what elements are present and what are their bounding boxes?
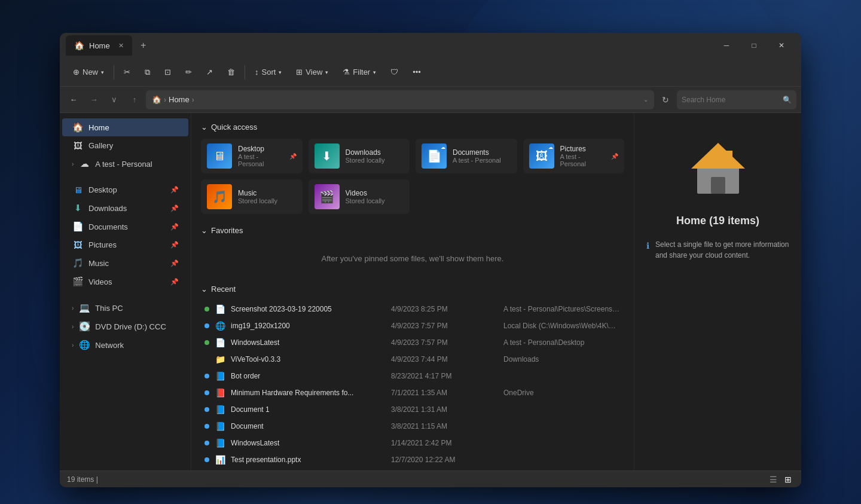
recent-row[interactable]: 📘 Document 1 3/8/2021 1:31 AM xyxy=(201,401,624,418)
info-desc-text: Select a single file to get more informa… xyxy=(655,239,789,261)
content-area: ⌄ Quick access 🖥 Desktop A test - Person… xyxy=(191,113,634,471)
sidebar-pictures-label: Pictures xyxy=(88,240,117,249)
rename-icon: ✏ xyxy=(185,68,192,77)
history-button[interactable]: ∨ xyxy=(105,91,123,109)
search-input[interactable] xyxy=(682,96,779,104)
file-type-icon: 📁 xyxy=(214,353,226,365)
dvd-sidebar-icon: 💽 xyxy=(78,321,90,332)
sidebar: 🏠 Home 🖼 Gallery › ☁ A test - Personal 🖥… xyxy=(60,113,191,471)
recent-row[interactable]: 📄 Screenshot 2023-03-19 220005 4/9/2023 … xyxy=(201,301,624,317)
path-separator-2: › xyxy=(192,96,194,104)
recent-row[interactable]: 📁 ViVeTool-v0.3.3 4/9/2023 7:44 PM Downl… xyxy=(201,351,624,368)
recent-row[interactable]: 📕 Minimum Hardware Requirements fo... 7/… xyxy=(201,384,624,401)
sidebar-gallery-label: Gallery xyxy=(88,141,113,150)
paste-button[interactable]: ⊡ xyxy=(158,65,177,80)
security-button[interactable]: 🛡 xyxy=(384,65,404,80)
filter-button[interactable]: ⚗ Filter ▾ xyxy=(337,65,382,80)
recent-row[interactable]: 🌐 img19_1920x1200 4/9/2023 7:57 PM Local… xyxy=(201,317,624,334)
up-button[interactable]: ↑ xyxy=(126,91,144,109)
file-name: Test presentation.pptx xyxy=(231,456,386,464)
more-button[interactable]: ••• xyxy=(407,65,427,80)
grid-view-button[interactable]: ⊞ xyxy=(782,474,794,485)
rename-button[interactable]: ✏ xyxy=(179,65,198,80)
copy-button[interactable]: ⧉ xyxy=(139,65,156,80)
folder-card-desktop[interactable]: 🖥 Desktop A test - Personal 📌 xyxy=(201,139,303,173)
tab-close-button[interactable]: ✕ xyxy=(118,42,124,50)
folder-info-downloads: Downloads Stored locally xyxy=(346,148,404,164)
new-button[interactable]: ⊕ New ▾ xyxy=(67,65,110,80)
delete-button[interactable]: 🗑 xyxy=(221,65,241,80)
address-bar: ← → ∨ ↑ 🏠 › Home › ⌄ ↻ 🔍 xyxy=(60,87,801,113)
file-location: Downloads xyxy=(503,355,621,364)
new-tab-button[interactable]: + xyxy=(135,36,152,54)
folder-card-downloads[interactable]: ⬇ Downloads Stored locally xyxy=(309,139,410,173)
cut-button[interactable]: ✂ xyxy=(118,65,136,80)
delete-icon: 🗑 xyxy=(227,68,235,77)
folder-card-pictures[interactable]: 🖼 ☁ Pictures A test - Personal 📌 xyxy=(523,139,625,173)
desktop-sidebar-icon: 🖥 xyxy=(72,185,84,195)
sidebar-item-this-pc[interactable]: › 💻 This PC xyxy=(62,299,188,317)
file-type-icon: 📄 xyxy=(214,303,226,315)
more-icon: ••• xyxy=(413,68,421,77)
file-date: 4/9/2023 7:57 PM xyxy=(391,338,499,347)
recent-row[interactable]: 📊 Test presentation.pptx 12/7/2020 12:22… xyxy=(201,451,624,468)
path-dropdown-icon[interactable]: ⌄ xyxy=(643,96,648,103)
recent-row[interactable]: 📘 Bot order 8/23/2021 4:17 PM xyxy=(201,368,624,384)
folder-thumb-documents: 📄 ☁ xyxy=(422,143,447,169)
sidebar-item-documents[interactable]: 📄 Documents 📌 xyxy=(62,218,188,236)
recent-row[interactable]: 📘 Document 3/8/2021 1:15 AM xyxy=(201,418,624,435)
file-type-icon: 🌐 xyxy=(214,320,226,332)
recent-title: Recent xyxy=(211,285,236,294)
sidebar-home-label: Home xyxy=(88,123,109,132)
folder-card-documents[interactable]: 📄 ☁ Documents A test - Personal xyxy=(416,139,517,173)
list-view-button[interactable]: ☰ xyxy=(767,474,780,485)
folder-name-desktop: Desktop xyxy=(238,145,283,153)
file-date: 7/1/2021 1:35 AM xyxy=(391,389,499,397)
recent-table: 📄 Screenshot 2023-03-19 220005 4/9/2023 … xyxy=(201,301,624,468)
sidebar-item-home[interactable]: 🏠 Home xyxy=(62,118,188,136)
file-type-icon: 📘 xyxy=(214,420,226,432)
folder-name-videos: Videos xyxy=(346,189,404,197)
sort-button[interactable]: ↕ Sort ▾ xyxy=(249,65,288,80)
sidebar-item-pictures[interactable]: 🖼 Pictures 📌 xyxy=(62,236,188,253)
favorites-empty: After you've pinned some files, we'll sh… xyxy=(201,242,624,275)
sidebar-item-music[interactable]: 🎵 Music 📌 xyxy=(62,254,188,272)
search-box[interactable]: 🔍 xyxy=(677,90,796,109)
path-segment-home[interactable]: Home xyxy=(169,95,190,104)
minimize-button[interactable]: ─ xyxy=(713,33,740,58)
share-button[interactable]: ↗ xyxy=(200,65,219,80)
file-location: A test - Personal\Pictures\Screenshots xyxy=(503,305,621,313)
refresh-button[interactable]: ↻ xyxy=(657,91,674,109)
folder-card-videos[interactable]: 🎬 Videos Stored locally xyxy=(309,179,410,214)
back-button[interactable]: ← xyxy=(65,91,83,109)
favorites-empty-message: After you've pinned some files, we'll sh… xyxy=(322,254,504,263)
folder-thumb-pictures: 🖼 ☁ xyxy=(529,143,554,169)
sidebar-dvd-label: DVD Drive (D:) CCC xyxy=(95,322,166,331)
gallery-sidebar-icon: 🖼 xyxy=(72,140,84,151)
forward-button[interactable]: → xyxy=(85,91,103,109)
view-button[interactable]: ⊞ View ▾ xyxy=(290,65,334,80)
file-type-icon: 📘 xyxy=(214,404,226,416)
path-separator-1: › xyxy=(164,96,166,104)
folder-sub-downloads: Stored locally xyxy=(346,157,404,164)
sidebar-item-dvd[interactable]: › 💽 DVD Drive (D:) CCC xyxy=(62,317,188,335)
sidebar-item-network[interactable]: › 🌐 Network xyxy=(62,336,188,354)
sidebar-item-desktop[interactable]: 🖥 Desktop 📌 xyxy=(62,181,188,198)
maximize-button[interactable]: □ xyxy=(740,33,768,58)
status-separator: | xyxy=(96,475,98,484)
folder-card-music[interactable]: 🎵 Music Stored locally xyxy=(201,179,303,214)
security-icon: 🛡 xyxy=(390,68,398,77)
close-button[interactable]: ✕ xyxy=(768,33,795,58)
sidebar-item-videos[interactable]: 🎬 Videos 📌 xyxy=(62,273,188,291)
address-path[interactable]: 🏠 › Home › ⌄ xyxy=(146,90,654,109)
sidebar-item-downloads[interactable]: ⬇ Downloads 📌 xyxy=(62,199,188,217)
recent-row[interactable]: 📘 WindowsLatest 1/14/2021 2:42 PM xyxy=(201,435,624,451)
sidebar-item-gallery[interactable]: 🖼 Gallery xyxy=(62,137,188,154)
recent-row[interactable]: 📄 WindowsLatest 4/9/2023 7:57 PM A test … xyxy=(201,334,624,351)
home-large-icon xyxy=(682,131,754,203)
status-dot-blue xyxy=(204,424,209,429)
folder-info-videos: Videos Stored locally xyxy=(346,189,404,204)
home-tab[interactable]: 🏠 Home ✕ xyxy=(66,35,132,56)
folder-sub-documents: A test - Personal xyxy=(453,157,511,164)
sidebar-item-a-test[interactable]: › ☁ A test - Personal xyxy=(62,155,188,173)
